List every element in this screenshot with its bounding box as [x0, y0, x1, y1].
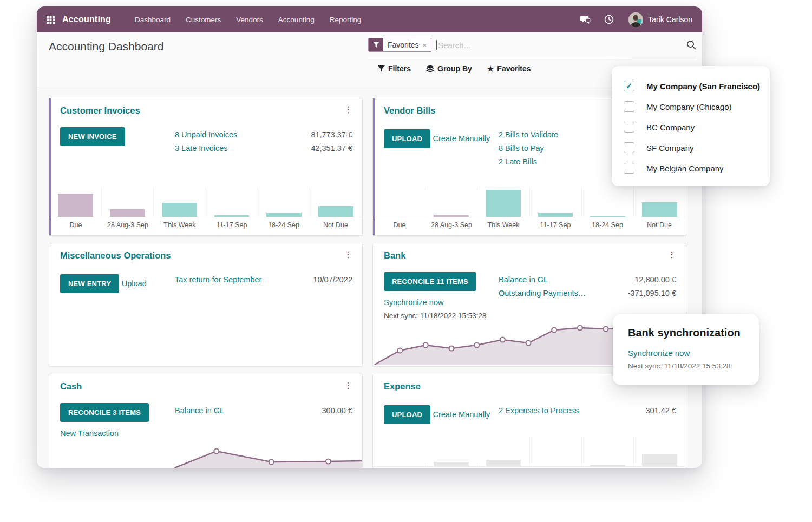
chart-bar-slot[interactable]: [477, 187, 529, 217]
card-title-expense[interactable]: Expense: [384, 381, 421, 392]
new-invoice-button[interactable]: NEW INVOICE: [60, 127, 125, 146]
chart-bar-slot[interactable]: [206, 187, 258, 217]
chart-bar[interactable]: [486, 460, 521, 466]
card-title-customer-invoices[interactable]: Customer Invoices: [60, 105, 140, 116]
chart-bar[interactable]: [486, 190, 521, 217]
chart-x-label: This Week: [477, 221, 529, 229]
upload-link[interactable]: Upload: [122, 279, 147, 288]
late-invoices-link[interactable]: 3 Late Invoices: [175, 142, 311, 155]
chart-bar-slot[interactable]: [374, 437, 425, 466]
checkbox-unchecked[interactable]: ✓: [624, 163, 634, 174]
chart-bar-slot[interactable]: [529, 187, 581, 217]
company-item-my-company-chicago[interactable]: ✓ My Company (Chicago): [612, 96, 770, 117]
chart-bar-slot[interactable]: [425, 187, 477, 217]
kebab-menu-icon[interactable]: ⋮: [340, 379, 356, 392]
chart-bar[interactable]: [590, 465, 625, 466]
chart-bar[interactable]: [58, 194, 93, 217]
chart-bar[interactable]: [538, 213, 573, 217]
search-facet-favorites[interactable]: Favorites ×: [368, 38, 431, 52]
kebab-menu-icon[interactable]: ⋮: [664, 248, 679, 261]
create-manually-link[interactable]: Create Manually: [433, 410, 490, 419]
synchronize-now-link[interactable]: Synchronize now: [628, 348, 690, 358]
search-input[interactable]: [438, 41, 686, 50]
user-avatar[interactable]: [628, 12, 643, 27]
filter-facet-icon: [369, 38, 383, 51]
favorites-button[interactable]: ★ Favorites: [487, 64, 531, 73]
checkbox-unchecked[interactable]: ✓: [624, 122, 634, 133]
chart-bar-slot[interactable]: [581, 187, 633, 217]
chart-bar-slot[interactable]: [310, 187, 362, 217]
chart-bar[interactable]: [642, 454, 677, 466]
chart-x-label: 28 Aug-3 Sep: [425, 221, 477, 229]
card-title-bank[interactable]: Bank: [384, 250, 405, 261]
top-navbar: Accounting Dashboard Customers Vendors A…: [37, 6, 702, 32]
checkbox-unchecked[interactable]: ✓: [624, 142, 634, 153]
chart-bar-slot[interactable]: [153, 187, 205, 217]
company-item-my-belgian-company[interactable]: ✓ My Belgian Company: [612, 158, 770, 179]
new-entry-button[interactable]: NEW ENTRY: [60, 274, 119, 293]
expenses-to-process-amount[interactable]: 301.42 €: [646, 404, 676, 418]
synchronize-now-link[interactable]: Synchronize now: [384, 298, 443, 307]
kebab-menu-icon[interactable]: ⋮: [340, 103, 356, 116]
chart-bar-slot[interactable]: [529, 437, 581, 466]
balance-in-gl-amount[interactable]: 300.00 €: [322, 404, 352, 418]
checkbox-unchecked[interactable]: ✓: [624, 101, 634, 112]
nav-item-vendors[interactable]: Vendors: [236, 16, 263, 24]
chart-bar[interactable]: [266, 213, 302, 217]
late-invoices-amount[interactable]: 42,351.37 €: [311, 142, 352, 155]
filters-button[interactable]: Filters: [378, 64, 411, 73]
chart-bar[interactable]: [434, 215, 469, 217]
activities-clock-icon[interactable]: [604, 14, 614, 25]
chart-bar-slot[interactable]: [374, 187, 425, 217]
company-item-sf-company[interactable]: ✓ SF Company: [612, 137, 770, 158]
nav-item-reporting[interactable]: Reporting: [330, 16, 362, 24]
balance-in-gl-link[interactable]: Balance in GL: [175, 404, 322, 418]
card-title-cash[interactable]: Cash: [60, 381, 82, 392]
balance-in-gl-amount[interactable]: 12,800.00 €: [634, 273, 676, 287]
reconcile-items-button[interactable]: RECONCILE 3 ITEMS: [60, 403, 149, 422]
create-manually-link[interactable]: Create Manually: [433, 134, 490, 143]
company-item-bc-company[interactable]: ✓ BC Company: [612, 117, 770, 137]
chart-bar[interactable]: [162, 203, 198, 217]
nav-item-dashboard[interactable]: Dashboard: [135, 16, 171, 24]
outstanding-payments-amount[interactable]: -371,095.10 €: [628, 287, 677, 300]
user-name[interactable]: Tarik Carlson: [648, 15, 692, 24]
balance-in-gl-link[interactable]: Balance in GL: [499, 273, 634, 287]
company-item-my-company-sf[interactable]: ✓ My Company (San Francisco): [612, 76, 770, 96]
unpaid-invoices-amount[interactable]: 81,773.37 €: [311, 128, 352, 142]
nav-item-customers[interactable]: Customers: [186, 16, 221, 24]
chart-bar-slot[interactable]: [581, 437, 633, 466]
app-name[interactable]: Accounting: [62, 15, 111, 24]
chart-bar-slot[interactable]: [425, 437, 477, 466]
apps-grid-icon[interactable]: [47, 16, 55, 24]
card-title-misc-operations[interactable]: Miscellaneous Operations: [60, 250, 171, 261]
messages-icon[interactable]: [580, 14, 591, 25]
chart-bar-slot[interactable]: [633, 437, 685, 466]
card-title-vendor-bills[interactable]: Vendor Bills: [384, 105, 435, 116]
chart-bar[interactable]: [590, 216, 625, 217]
unpaid-invoices-link[interactable]: 8 Unpaid Invoices: [175, 128, 311, 142]
chart-bar-slot[interactable]: [258, 187, 310, 217]
tax-return-date[interactable]: 10/07/2022: [313, 273, 352, 287]
facet-remove-icon[interactable]: ×: [423, 42, 427, 49]
outstanding-payments-link[interactable]: Outstanding Payments…: [499, 287, 628, 300]
nav-item-accounting[interactable]: Accounting: [278, 16, 315, 24]
checkbox-checked[interactable]: ✓: [624, 81, 634, 91]
search-icon[interactable]: [686, 40, 696, 50]
chart-bar[interactable]: [642, 202, 677, 217]
chart-bar-slot[interactable]: [50, 187, 101, 217]
chart-bar-slot[interactable]: [633, 187, 685, 217]
upload-bill-button[interactable]: UPLOAD: [384, 129, 430, 148]
chart-bar[interactable]: [110, 209, 145, 217]
kebab-menu-icon[interactable]: ⋮: [340, 248, 356, 261]
chart-bar-slot[interactable]: [477, 437, 529, 466]
expenses-to-process-link[interactable]: 2 Expenses to Process: [499, 404, 646, 418]
chart-bar[interactable]: [318, 206, 353, 217]
chart-bar-slot[interactable]: [101, 187, 153, 217]
reconcile-items-button[interactable]: RECONCILE 11 ITEMS: [384, 272, 476, 291]
group-by-button[interactable]: Group By: [426, 64, 472, 73]
tax-return-link[interactable]: Tax return for September: [175, 273, 313, 287]
chart-bar[interactable]: [434, 462, 469, 466]
chart-bar[interactable]: [214, 215, 250, 217]
upload-expense-button[interactable]: UPLOAD: [384, 405, 430, 424]
